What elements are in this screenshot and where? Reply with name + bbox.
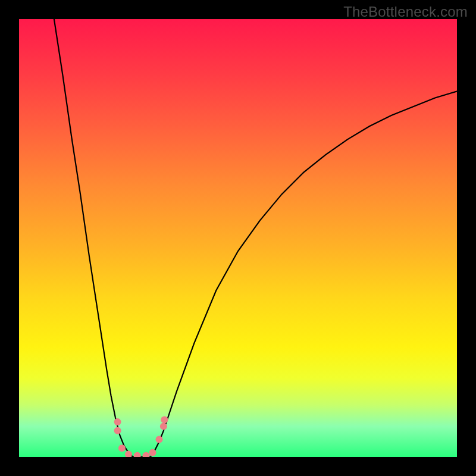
bottleneck-curve [19,19,457,457]
data-marker [156,436,163,443]
data-marker [118,444,126,452]
data-marker [134,452,141,457]
plot-area [19,19,457,457]
data-marker [125,451,132,457]
curve-right [151,91,457,457]
chart-frame: TheBottleneck.com [0,0,476,476]
data-marker [142,452,149,457]
curve-left [54,19,133,457]
data-marker [161,416,168,423]
data-marker [114,418,121,425]
data-marker [114,427,121,434]
data-marker [149,449,156,456]
watermark-text: TheBottleneck.com [343,4,468,20]
data-marker [160,422,167,430]
